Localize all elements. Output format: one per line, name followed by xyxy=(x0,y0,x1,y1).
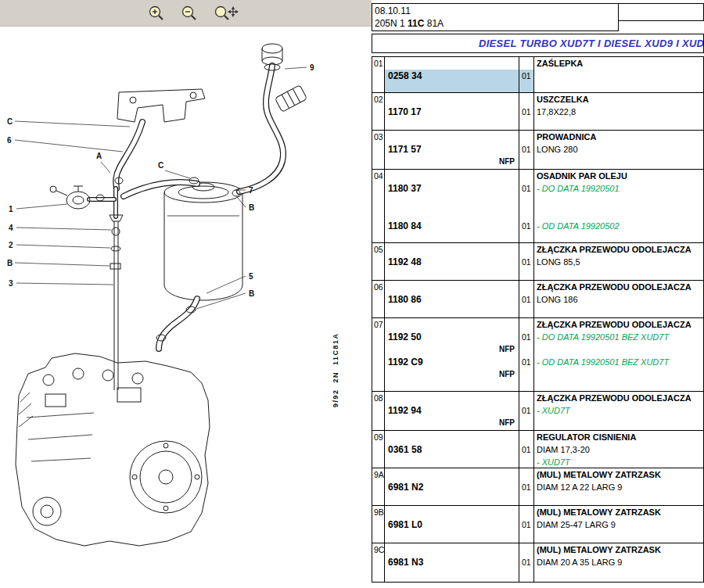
callout-label: 9 xyxy=(310,63,314,72)
table-row[interactable]: 9B 6981 L0 01 (MUL) METALOWY ZATRZASK DI… xyxy=(372,506,703,543)
table-row[interactable]: 03 1171 57 NFP 01 PROWADNICA LONG 280 xyxy=(372,131,703,170)
pipe-fitting-part xyxy=(275,85,307,113)
desc-cell: ZŁĄCZKA PRZEWODU ODOLEJACZA LONG 85,5 xyxy=(534,243,703,280)
desc-cell: PROWADNICA LONG 280 xyxy=(534,131,703,169)
ref-cell: 01 xyxy=(372,57,384,92)
callout-label: B xyxy=(7,259,13,267)
zoom-out-button[interactable] xyxy=(177,2,203,24)
header-date: 08.10.11 xyxy=(375,5,616,17)
desc-cell: (MUL) METALOWY ZATRZASK DIAM 12 A 22 LAR… xyxy=(534,468,703,505)
part-detail: LONG 280 xyxy=(534,143,703,156)
part-number: 0361 58 xyxy=(385,443,519,456)
part-name: (MUL) METALOWY ZATRZASK xyxy=(534,468,703,481)
row-ref: 01 xyxy=(372,57,384,70)
part-name: PROWADNICA xyxy=(534,131,703,143)
callout-label: 4 xyxy=(9,224,13,232)
callout-label: 2 xyxy=(9,241,13,249)
validity-note: - XUD7T xyxy=(534,404,703,417)
part-name: ZŁĄCZKA PRZEWODU ODOLEJACZA xyxy=(534,281,703,293)
row-ref: 03 xyxy=(372,131,384,143)
parts-list-panel: 08.10.11 205N 1 11C 81A DIESEL TURBO XUD… xyxy=(372,0,704,588)
qty-cell: 01 xyxy=(519,93,534,130)
ref-cell: 03 xyxy=(372,131,384,169)
part-cell: 0258 34 xyxy=(384,57,519,92)
page-header-codes: 08.10.11 205N 1 11C 81A xyxy=(372,3,619,31)
part-cell: 1192 48 xyxy=(384,243,519,280)
table-row[interactable]: 9C 6981 N3 01 (MUL) METALOWY ZATRZASK DI… xyxy=(372,543,703,583)
part-cell: 0361 58 xyxy=(384,431,519,468)
callout-label: C xyxy=(158,161,163,170)
zoom-in-icon xyxy=(147,5,167,22)
parts-table: 01 0258 34 01 ZAŚLEPKA 02 1170 17 xyxy=(372,56,704,583)
row-ref: 05 xyxy=(372,243,384,256)
table-row[interactable]: 02 1170 17 01 USZCZELKA 17,8X22,8 xyxy=(372,93,703,131)
header-plate-code: 205N 1 11C 81A xyxy=(375,17,616,30)
part-cell: 1170 17 xyxy=(384,93,519,130)
row-ref: 08 xyxy=(372,392,384,404)
part-number: 6981 N3 xyxy=(385,556,519,568)
part-number: 1180 37 xyxy=(385,182,519,195)
part-qty: 01 xyxy=(519,256,533,268)
ref-cell: 04 xyxy=(372,170,384,242)
engine-diagram-drawing: 9 C 6 A C 7 B 1 4 2 B 3 5 B 9/92 2N 11C8… xyxy=(0,27,372,587)
zoom-pan-button[interactable] xyxy=(210,2,244,24)
row-ref: 07 xyxy=(372,318,384,331)
row-ref: 04 xyxy=(372,170,384,182)
part-detail: DIAM 25-47 LARG 9 xyxy=(534,518,703,531)
callout-label: B xyxy=(249,203,254,212)
qty-cell: 01 xyxy=(519,468,534,505)
engine-block-part xyxy=(16,353,210,546)
callout-label: 5 xyxy=(249,272,253,281)
table-row[interactable]: 08 1192 94 NFP 01 ZŁĄCZKA PRZEWODU ODOLE… xyxy=(372,392,703,431)
part-qty: 01 xyxy=(519,481,533,493)
zoom-out-icon xyxy=(180,5,200,22)
part-number: 1192 94 xyxy=(385,404,519,417)
header-empty-box xyxy=(618,3,704,21)
qty-cell: 01 01 xyxy=(519,170,534,242)
bracket-part xyxy=(117,89,205,122)
table-row[interactable]: 07 1192 50 NFP 1192 C9 NFP 01 01 ZŁĄCZKA… xyxy=(372,318,703,392)
table-row[interactable]: 06 1180 86 01 ZŁĄCZKA PRZEWODU ODOLEJACZ… xyxy=(372,281,703,318)
exploded-view-diagram[interactable]: 9 C 6 A C 7 B 1 4 2 B 3 5 B 9/92 2N 11C8… xyxy=(0,27,372,588)
ref-cell: 05 xyxy=(372,243,384,280)
table-row[interactable]: 01 0258 34 01 ZAŚLEPKA xyxy=(372,57,703,93)
table-row[interactable]: 9A 6981 N2 01 (MUL) METALOWY ZATRZASK DI… xyxy=(372,468,703,506)
part-qty: 01 xyxy=(519,70,533,92)
ref-cell: 9A xyxy=(372,468,384,505)
part-number: 1192 C9 xyxy=(385,356,519,368)
desc-cell: ZAŚLEPKA xyxy=(534,57,703,92)
part-number: 1192 50 xyxy=(385,331,519,343)
zoom-pan-icon xyxy=(213,5,241,22)
validity-note: - DO DATA 19920501 xyxy=(534,182,703,195)
desc-cell: ZŁĄCZKA PRZEWODU ODOLEJACZA - XUD7T xyxy=(534,392,703,430)
part-cell: 6981 N2 xyxy=(384,468,519,505)
part-qty: 01 xyxy=(519,143,533,156)
table-row[interactable]: 05 1192 48 01 ZŁĄCZKA PRZEWODU ODOLEJACZ… xyxy=(372,243,703,281)
part-cell: 1171 57 NFP xyxy=(384,131,519,169)
part-detail: LONG 85,5 xyxy=(534,256,703,268)
ref-cell: 09 xyxy=(372,431,384,468)
qty-cell: 01 xyxy=(519,506,534,543)
qty-cell: 01 xyxy=(519,131,534,169)
table-row[interactable]: 04 1180 37 1180 84 01 01 OSADNIK PAR OLE… xyxy=(372,170,703,243)
part-name: ZAŚLEPKA xyxy=(534,57,703,70)
part-cell: 1180 86 xyxy=(384,281,519,317)
callout-label: 6 xyxy=(7,136,12,145)
part-cell: 1192 94 NFP xyxy=(384,392,519,430)
part-number: 1170 17 xyxy=(385,106,519,118)
callout-label: 1 xyxy=(9,205,13,213)
zoom-in-button[interactable] xyxy=(144,2,171,24)
part-number: 0258 34 xyxy=(385,70,519,92)
part-name: OSADNIK PAR OLEJU xyxy=(534,170,703,182)
callout-label: 3 xyxy=(9,279,13,288)
dipstick-tube-part xyxy=(110,215,123,390)
plate-stamp-text: 9/92 2N 11C81A xyxy=(332,332,339,407)
qty-cell: 01 xyxy=(519,281,534,317)
part-qty: 01 xyxy=(519,443,533,456)
part-qty: 01 xyxy=(519,556,533,568)
callout-label: B xyxy=(249,289,254,298)
table-row[interactable]: 09 0361 58 01 REGULATOR CISNIENIA DIAM 1… xyxy=(372,431,703,468)
validity-note: - OD DATA 19920501 BEZ XUD7T xyxy=(534,356,703,368)
callout-label: A xyxy=(96,152,102,160)
breather-cap-part xyxy=(262,44,282,65)
